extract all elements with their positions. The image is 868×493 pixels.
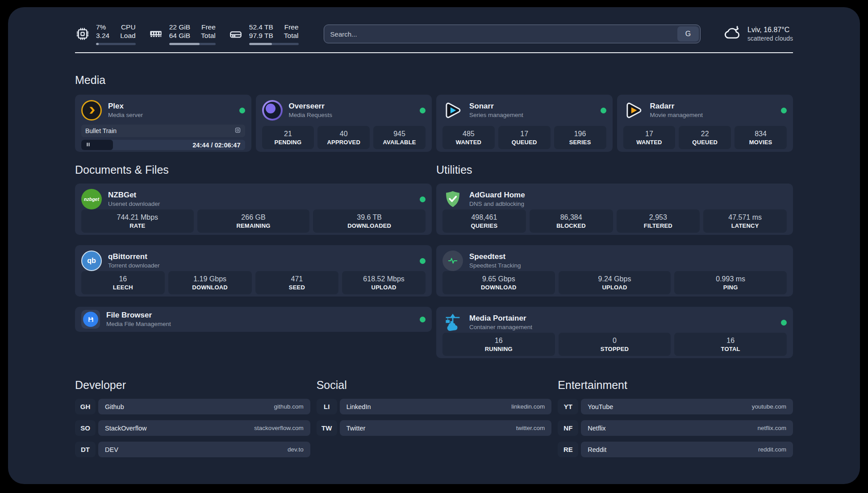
bookmark-url: reddit.com (758, 446, 786, 453)
bookmark-url: netflix.com (757, 425, 786, 431)
stat-label: UPLOAD (371, 284, 396, 291)
bookmark-name: StackOverflow (105, 425, 146, 432)
stat-value: 618.52 Mbps (363, 275, 405, 283)
app-card-sonarr[interactable]: Sonarr Series management 485 WANTED 17 Q… (436, 95, 613, 152)
bookmark-name: Twitter (346, 425, 366, 432)
app-card-adguard[interactable]: AdGuard Home DNS and adblocking 498,461 … (436, 184, 793, 235)
bookmark-bar: DEV dev.to (98, 442, 310, 457)
ram-progress-bar (169, 43, 216, 45)
section-title-developer: Developer (75, 379, 310, 392)
stat-tile: 9.65 Gbps DOWNLOAD (442, 271, 555, 294)
bookmark-bar: Reddit reddit.com (581, 442, 793, 457)
bookmark-url: github.com (274, 403, 304, 410)
stat-label: QUERIES (471, 222, 497, 229)
stat-label: MOVIES (749, 139, 772, 146)
stat-tile: 485 WANTED (442, 126, 495, 149)
stat-value: 17 (520, 130, 528, 138)
bookmark-name: YouTube (588, 403, 613, 410)
app-card-plex[interactable]: Plex Media server Bullet Train (75, 95, 251, 152)
nzbget-icon: nzbget (81, 189, 102, 209)
bookmark-youtube[interactable]: YT YouTube youtube.com (558, 399, 793, 414)
status-dot (239, 108, 245, 113)
bookmark-github[interactable]: GH Github github.com (75, 399, 310, 414)
app-subtitle: Usenet downloader (108, 201, 160, 208)
stat-tile: 834 MOVIES (734, 126, 787, 149)
app-card-portainer[interactable]: Media Portainer Container management 16 … (436, 307, 793, 358)
bookmark-abbr: LI (317, 399, 337, 414)
disk-progress-bar (249, 43, 299, 45)
system-stats: 7% 3.24 CPU Load (75, 23, 299, 45)
stat-tile: 22 QUEUED (679, 126, 731, 149)
ram-free-value: 22 GiB (169, 23, 190, 31)
stat-label: WANTED (456, 139, 482, 146)
stat-value: 0.993 ms (716, 275, 745, 283)
qbittorrent-icon-text: qb (87, 257, 96, 265)
stat-value: 471 (291, 275, 303, 283)
stat-tile: 47.571 ms LATENCY (703, 209, 787, 233)
stat-value: 17 (645, 130, 653, 138)
bookmark-reddit[interactable]: RE Reddit reddit.com (558, 442, 793, 457)
stat-label: SERIES (569, 139, 591, 146)
bookmark-twitter[interactable]: TW Twitter twitter.com (317, 420, 552, 436)
app-subtitle: Container management (469, 324, 532, 331)
app-name: File Browser (106, 311, 171, 319)
bookmark-netflix[interactable]: NF Netflix netflix.com (558, 420, 793, 436)
bookmark-abbr: TW (317, 420, 337, 436)
bookmark-name: Github (105, 403, 124, 410)
bookmarks: Developer GH Github github.com SO StackO… (75, 379, 793, 457)
status-dot (781, 108, 787, 113)
app-card-overseerr[interactable]: Overseerr Media Requests 21 PENDING 40 A… (256, 95, 432, 152)
stat-tile: 0 STOPPED (559, 333, 671, 356)
bookmark-url: youtube.com (752, 403, 786, 410)
bookmark-abbr: YT (558, 399, 578, 414)
search-engine-button[interactable]: G (677, 26, 699, 42)
portainer-icon (442, 312, 463, 333)
stat-tile: 16 RUNNING (442, 333, 555, 356)
stat-value: 834 (755, 130, 767, 138)
cloud-icon (724, 24, 742, 44)
search-input[interactable] (324, 25, 676, 43)
bookmark-name: LinkedIn (346, 403, 371, 410)
disk-stat: 52.4 TB 97.9 TB Free Total (228, 23, 299, 45)
section-title-documents: Documents & Files (75, 163, 432, 176)
pause-icon[interactable] (85, 141, 91, 149)
app-name: NZBGet (108, 191, 160, 199)
app-card-nzbget[interactable]: nzbget NZBGet Usenet downloader 744.21 M… (75, 184, 432, 235)
app-name: qBittorrent (108, 252, 160, 261)
stat-tile: 618.52 Mbps UPLOAD (342, 271, 426, 294)
bookmark-group-social: Social LI LinkedIn linkedin.com TW Twitt… (317, 379, 552, 457)
disk-icon (228, 26, 243, 42)
bookmark-bar: YouTube youtube.com (581, 399, 793, 414)
stat-label: DOWNLOADED (347, 222, 391, 229)
dashboard: 7% 3.24 CPU Load (0, 0, 868, 493)
stat-value: 40 (340, 130, 348, 138)
cpu-usage-label: CPU (120, 23, 135, 31)
cpu-usage-value: 7% (96, 23, 109, 31)
stat-label: STOPPED (601, 346, 629, 352)
bookmark-dev[interactable]: DT DEV dev.to (75, 442, 310, 457)
bookmark-linkedin[interactable]: LI LinkedIn linkedin.com (317, 399, 552, 414)
app-card-filebrowser[interactable]: File Browser Media File Management (75, 307, 432, 332)
playback-progress-bar[interactable]: 24:44 / 02:06:47 (81, 140, 245, 150)
header: 7% 3.24 CPU Load (75, 7, 793, 46)
stat-tile: 9.24 Gbps UPLOAD (559, 271, 671, 294)
media-grid: Plex Media server Bullet Train (75, 95, 793, 152)
stat-tile: 2,953 FILTERED (617, 209, 700, 233)
video-icon (234, 127, 241, 135)
stat-label: DOWNLOAD (481, 284, 517, 291)
stat-tile: 945 AVAILABLE (373, 126, 426, 149)
stat-label: PING (723, 284, 738, 291)
stat-value: 47.571 ms (728, 213, 762, 221)
disk-free-label: Free (284, 23, 299, 31)
bookmark-stackoverflow[interactable]: SO StackOverflow stackoverflow.com (75, 420, 310, 436)
qbittorrent-icon: qb (81, 251, 102, 271)
stat-tile: 16 LEECH (81, 271, 165, 294)
cpu-stat: 7% 3.24 CPU Load (75, 23, 136, 45)
app-name: Speedtest (469, 252, 521, 261)
app-card-speedtest[interactable]: Speedtest Speedtest Tracking 9.65 Gbps D… (436, 245, 793, 297)
stat-tile: 744.21 Mbps RATE (81, 209, 194, 233)
plex-icon (81, 100, 102, 121)
app-card-radarr[interactable]: Radarr Movie management 17 WANTED 22 QUE… (617, 95, 793, 152)
stat-value: 16 (119, 275, 127, 283)
app-card-qbittorrent[interactable]: qb qBittorrent Torrent downloader 16 LEE… (75, 245, 432, 297)
